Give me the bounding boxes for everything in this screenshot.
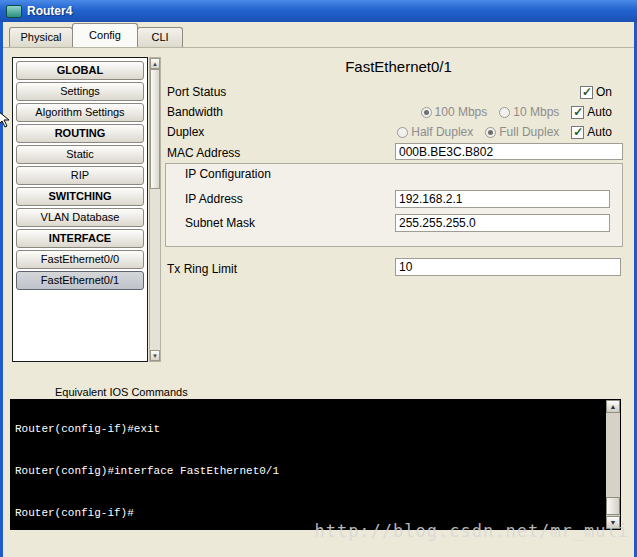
scrollbar-thumb[interactable] bbox=[606, 497, 620, 515]
sidebar-item-fastethernet0-1[interactable]: FastEthernet0/1 bbox=[16, 271, 144, 290]
scrollbar-thumb[interactable] bbox=[150, 69, 160, 189]
duplex-auto-checkbox[interactable] bbox=[571, 126, 584, 139]
mouse-cursor-icon bbox=[0, 110, 11, 128]
sidebar-item-interface[interactable]: INTERFACE bbox=[16, 229, 144, 248]
bandwidth-auto-label: Auto bbox=[587, 105, 612, 119]
sidebar-item-algorithm-settings[interactable]: Algorithm Settings bbox=[16, 103, 144, 122]
title-bar: Router4 bbox=[0, 0, 637, 22]
port-status-label: Port Status bbox=[167, 85, 226, 99]
sidebar-item-global[interactable]: GLOBAL bbox=[16, 61, 144, 80]
sidebar-item-routing[interactable]: ROUTING bbox=[16, 124, 144, 143]
ios-command-line: Router(config)#interface FastEthernet0/1 bbox=[15, 464, 604, 478]
subnet-mask-label: Subnet Mask bbox=[185, 216, 255, 230]
tab-config[interactable]: Config bbox=[72, 23, 138, 47]
duplex-label: Duplex bbox=[167, 125, 204, 139]
bandwidth-10mbps-radio[interactable] bbox=[499, 107, 510, 118]
sidebar-item-rip[interactable]: RIP bbox=[16, 166, 144, 185]
duplex-full-label: Full Duplex bbox=[499, 125, 559, 139]
window-title: Router4 bbox=[27, 4, 72, 18]
ip-configuration-title: IP Configuration bbox=[185, 167, 271, 181]
mac-address-label: MAC Address bbox=[167, 146, 240, 160]
bandwidth-100mbps-radio[interactable] bbox=[421, 107, 432, 118]
duplex-half-label: Half Duplex bbox=[411, 125, 473, 139]
scroll-up-icon[interactable]: ▲ bbox=[606, 400, 620, 413]
bandwidth-auto-checkbox[interactable] bbox=[571, 106, 584, 119]
duplex-row: Duplex Half Duplex Full Duplex Auto bbox=[167, 124, 612, 140]
duplex-half-radio[interactable] bbox=[397, 127, 408, 138]
ios-commands-label: Equivalent IOS Commands bbox=[55, 386, 188, 398]
sidebar-item-switching[interactable]: SWITCHING bbox=[16, 187, 144, 206]
config-sidebar: GLOBAL Settings Algorithm Settings ROUTI… bbox=[12, 57, 148, 362]
sidebar-scrollbar[interactable]: ▲ ▼ bbox=[149, 57, 161, 362]
port-status-on-label: On bbox=[596, 85, 612, 99]
ios-command-line: Router(config-if)#exit bbox=[15, 422, 604, 436]
bandwidth-10mbps-label: 10 Mbps bbox=[513, 105, 559, 119]
bandwidth-row: Bandwidth 100 Mbps 10 Mbps Auto bbox=[167, 104, 612, 120]
ios-commands-terminal: Router(config-if)#exit Router(config)#in… bbox=[10, 399, 621, 530]
sidebar-item-fastethernet0-0[interactable]: FastEthernet0/0 bbox=[16, 250, 144, 269]
router-icon bbox=[6, 5, 22, 18]
tab-cli[interactable]: CLI bbox=[137, 27, 183, 47]
sidebar-item-static[interactable]: Static bbox=[16, 145, 144, 164]
window-border-left bbox=[0, 0, 3, 557]
tab-physical[interactable]: Physical bbox=[9, 27, 73, 47]
ip-address-field[interactable] bbox=[395, 190, 610, 208]
subnet-mask-field[interactable] bbox=[395, 214, 610, 232]
page-title: FastEthernet0/1 bbox=[165, 58, 632, 75]
ios-command-line: Router(config-if)# bbox=[15, 506, 604, 520]
ip-address-label: IP Address bbox=[185, 192, 243, 206]
bandwidth-100mbps-label: 100 Mbps bbox=[435, 105, 488, 119]
tab-bar: Physical Config CLI bbox=[3, 22, 634, 48]
terminal-scrollbar[interactable]: ▲ ▼ bbox=[606, 400, 620, 529]
duplex-full-radio[interactable] bbox=[485, 127, 496, 138]
ios-commands-text: Router(config-if)#exit Router(config)#in… bbox=[15, 399, 604, 530]
mac-address-field[interactable] bbox=[395, 143, 623, 160]
tx-ring-limit-label: Tx Ring Limit bbox=[167, 262, 237, 276]
bandwidth-label: Bandwidth bbox=[167, 105, 223, 119]
duplex-auto-label: Auto bbox=[587, 125, 612, 139]
watermark: http://blog.csdn.net/mr_muli bbox=[314, 521, 629, 541]
tx-ring-limit-field[interactable] bbox=[395, 258, 621, 276]
port-status-on-checkbox[interactable] bbox=[580, 86, 593, 99]
scroll-down-icon[interactable]: ▼ bbox=[150, 350, 160, 361]
port-status-row: Port Status On bbox=[167, 84, 612, 100]
sidebar-item-vlan-database[interactable]: VLAN Database bbox=[16, 208, 144, 227]
scroll-up-icon[interactable]: ▲ bbox=[150, 58, 160, 69]
sidebar-item-settings[interactable]: Settings bbox=[16, 82, 144, 101]
